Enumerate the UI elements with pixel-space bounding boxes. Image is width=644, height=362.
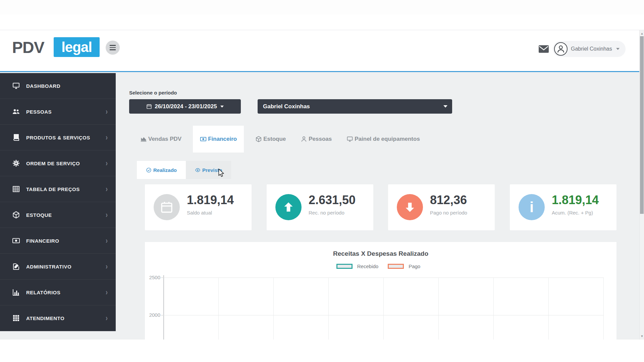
entity-select-value: Gabriel Coxinhas [263, 103, 310, 110]
chevron-right-icon: › [106, 107, 108, 116]
logo-legal-box: legal [54, 37, 100, 57]
browser-toolbar: pdvlegal.com.br/default.aspx G ••• [0, 15, 644, 30]
scrollbar-thumb[interactable] [640, 36, 644, 214]
chevron-down-icon [443, 105, 447, 108]
user-avatar-icon [554, 42, 568, 56]
page-viewport: PDV legal Gabriel Coxinhas DASHBOARD [0, 30, 644, 340]
chevron-down-icon [616, 48, 620, 50]
sidebar-toggle-button[interactable] [106, 41, 120, 55]
area-chart-icon [140, 136, 147, 142]
mouse-cursor [216, 168, 225, 178]
legend-swatch-pago[interactable] [388, 264, 404, 269]
chevron-right-icon: › [106, 313, 108, 322]
chevron-right-icon: › [106, 262, 108, 271]
tab-financeiro[interactable]: Financeiro [193, 126, 244, 153]
sidebar-item-ordem-de-servico[interactable]: ORDEM DE SERVIÇO › [0, 150, 116, 176]
sidebar: DASHBOARD PESSOAS › PRODUTOS & SERVIÇOS … [0, 73, 116, 331]
user-menu[interactable]: Gabriel Coxinhas [553, 41, 626, 57]
stat-card-saldo-atual: 1.819,14 Saldo atual [145, 184, 252, 230]
stat-card-recebido-periodo: 2.631,50 Rec. no período [267, 184, 373, 230]
sidebar-item-pessoas[interactable]: PESSOAS › [0, 99, 116, 125]
stat-label: Acum. (Rec. + Pg) [552, 210, 593, 216]
stat-value: 1.819,14 [187, 193, 234, 207]
cube-icon [12, 211, 20, 219]
grid-icon [12, 314, 20, 322]
y-axis-line [163, 275, 164, 340]
site-header: PDV legal Gabriel Coxinhas [0, 30, 644, 72]
tab-estoque[interactable]: Estoque [252, 126, 289, 153]
gear-icon [12, 159, 20, 167]
scroll-down-icon[interactable]: ▼ [640, 335, 644, 338]
calendar-icon [146, 104, 152, 109]
chevron-right-icon: › [106, 133, 108, 142]
stat-card-pago-periodo: 812,36 Pago no período [388, 184, 495, 230]
chart-title: Receitas X Despesas Realizado [145, 250, 616, 257]
stat-value: 2.631,50 [309, 193, 356, 207]
sidebar-item-financeiro[interactable]: FINANCEIRO › [0, 228, 116, 254]
chevron-down-icon [220, 106, 224, 108]
sidebar-item-tabela-de-precos[interactable]: TABELA DE PREÇOS › [0, 176, 116, 202]
stat-label: Rec. no período [309, 210, 344, 216]
tab-painel-de-equipamentos[interactable]: Painel de equipamentos [343, 126, 423, 153]
banknote-icon [200, 136, 207, 142]
edit-icon [12, 262, 20, 270]
calendar-icon [154, 194, 180, 220]
period-label: Selecione o período [129, 90, 177, 96]
sidebar-item-produtos-servicos[interactable]: PRODUTOS & SERVIÇOS › [0, 125, 116, 150]
stat-value: 812,36 [430, 193, 467, 207]
chevron-right-icon: › [106, 184, 108, 193]
users-icon [12, 108, 20, 116]
chart-legend: Recebido Pago [145, 263, 616, 269]
date-range-button[interactable]: 26/10/2024 - 23/01/2025 [129, 99, 241, 114]
sidebar-item-dashboard[interactable]: DASHBOARD [0, 73, 116, 99]
chart-panel: Receitas X Despesas Realizado Recebido P… [145, 242, 616, 340]
stat-label: Pago no período [430, 210, 467, 216]
monitor-icon [12, 82, 20, 90]
stat-card-acumulado: i 1.819,14 Acum. (Rec. + Pg) [510, 184, 616, 230]
sidebar-item-atendimento[interactable]: ATENDIMENTO › [0, 305, 116, 331]
banknote-icon [12, 237, 20, 245]
tab-vendas-pdv[interactable]: Vendas PDV [137, 126, 185, 153]
sidebar-item-relatorios[interactable]: RELATÓRIOS › [0, 280, 116, 305]
legend-label-recebido[interactable]: Recebido [357, 263, 378, 269]
table-icon [12, 185, 20, 193]
arrow-up-icon [275, 194, 302, 220]
page-scrollbar[interactable]: ▲ ▼ [639, 30, 644, 340]
scroll-up-icon[interactable]: ▲ [640, 32, 644, 35]
chevron-right-icon: › [106, 210, 108, 219]
sidebar-item-administrativo[interactable]: ADMINISTRATIVO › [0, 254, 116, 280]
check-circle-icon [146, 167, 152, 173]
person-icon [301, 136, 307, 142]
chevron-right-icon: › [106, 236, 108, 245]
screen: pdvlegal.com.br/default.aspx G ••• PDV l… [0, 0, 644, 362]
messages-icon[interactable] [539, 45, 549, 53]
arrow-down-icon [397, 194, 423, 220]
legend-swatch-recebido[interactable] [336, 264, 353, 269]
tab-pessoas[interactable]: Pessoas [297, 126, 335, 153]
cube-icon [255, 136, 262, 142]
eye-icon [195, 167, 201, 173]
info-icon: i [519, 194, 545, 220]
stat-label: Saldo atual [187, 210, 212, 216]
monitor-icon [346, 136, 353, 142]
logo-legal-text: legal [61, 39, 92, 55]
book-icon [12, 133, 20, 141]
logo-pdv-text: PDV [12, 38, 44, 57]
legend-label-pago[interactable]: Pago [409, 263, 420, 269]
main-content: Selecione o período 26/10/2024 - 23/01/2… [116, 73, 639, 340]
subtab-realizado[interactable]: Realizado [137, 161, 186, 179]
sidebar-item-estoque[interactable]: ESTOQUE › [0, 202, 116, 228]
user-name: Gabriel Coxinhas [571, 46, 612, 52]
y-tick-2500: 2500 [145, 275, 160, 280]
bar-chart-icon [12, 288, 20, 296]
stat-value: 1.819,14 [552, 193, 599, 207]
chevron-right-icon: › [106, 159, 108, 168]
dashboard-tabs: Vendas PDV Financeiro Estoque Pessoas Pa… [137, 126, 423, 153]
entity-select[interactable]: Gabriel Coxinhas [258, 99, 452, 114]
browser-tab-strip [0, 0, 644, 15]
y-tick-2000: 2000 [145, 312, 160, 318]
chevron-right-icon: › [106, 288, 108, 297]
empty-strip [0, 340, 644, 362]
date-range-value: 26/10/2024 - 23/01/2025 [155, 103, 217, 110]
